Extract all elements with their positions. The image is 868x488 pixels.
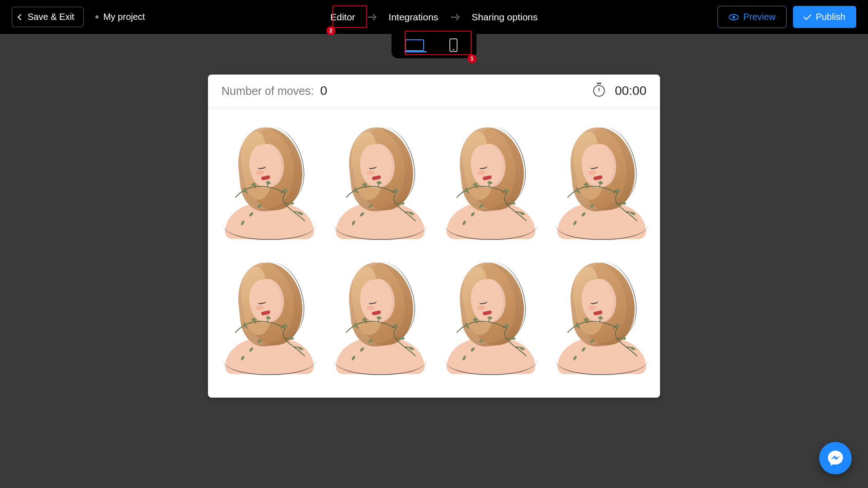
nav-integrations[interactable]: Integrations xyxy=(384,9,443,25)
arrow-right-icon xyxy=(451,13,459,21)
card-illustration xyxy=(331,124,426,242)
annotation-badge-1: 1 xyxy=(467,54,476,63)
card-illustration xyxy=(442,124,537,242)
status-dot-icon xyxy=(95,15,99,19)
card-illustration xyxy=(553,124,648,242)
preview-button[interactable]: Preview xyxy=(717,6,787,28)
memory-card[interactable] xyxy=(434,116,545,251)
memory-card[interactable] xyxy=(212,251,323,386)
top-bar: Save & Exit My project Editor Integratio… xyxy=(0,0,868,34)
header-actions: Preview Publish xyxy=(717,6,856,28)
project-name[interactable]: My project xyxy=(95,12,145,22)
nav-sharing[interactable]: Sharing options xyxy=(467,9,542,25)
project-name-text: My project xyxy=(103,12,145,22)
annotation-highlight-device xyxy=(405,31,472,55)
arrow-right-icon xyxy=(368,13,376,21)
memory-card[interactable] xyxy=(212,116,323,251)
memory-card[interactable] xyxy=(323,116,434,251)
moves-label: Number of moves: xyxy=(222,84,314,98)
stopwatch-icon xyxy=(593,85,605,97)
memory-card[interactable] xyxy=(545,251,656,386)
card-illustration xyxy=(221,124,316,242)
messenger-icon xyxy=(826,449,844,467)
card-grid xyxy=(208,108,660,398)
timer-value: 00:00 xyxy=(615,84,646,98)
memory-card[interactable] xyxy=(434,251,545,386)
memory-card[interactable] xyxy=(545,116,656,251)
annotation-badge-2: 2 xyxy=(326,26,335,35)
save-exit-button[interactable]: Save & Exit xyxy=(12,7,84,27)
card-illustration xyxy=(553,259,648,377)
publish-label: Publish xyxy=(816,12,845,22)
game-status-bar: Number of moves: 0 00:00 xyxy=(208,75,660,108)
moves-value: 0 xyxy=(320,84,327,98)
save-exit-label: Save & Exit xyxy=(28,12,74,22)
card-illustration xyxy=(221,259,316,377)
publish-button[interactable]: Publish xyxy=(793,6,856,28)
check-icon xyxy=(804,12,812,20)
editor-canvas: Number of moves: 0 00:00 xyxy=(208,75,660,398)
chevron-left-icon xyxy=(18,14,24,20)
memory-card[interactable] xyxy=(323,251,434,386)
preview-label: Preview xyxy=(743,12,775,22)
card-illustration xyxy=(442,259,537,377)
card-illustration xyxy=(331,259,426,377)
messenger-fab[interactable] xyxy=(819,442,852,474)
eye-icon xyxy=(729,14,739,20)
annotation-highlight-editor xyxy=(332,5,367,28)
